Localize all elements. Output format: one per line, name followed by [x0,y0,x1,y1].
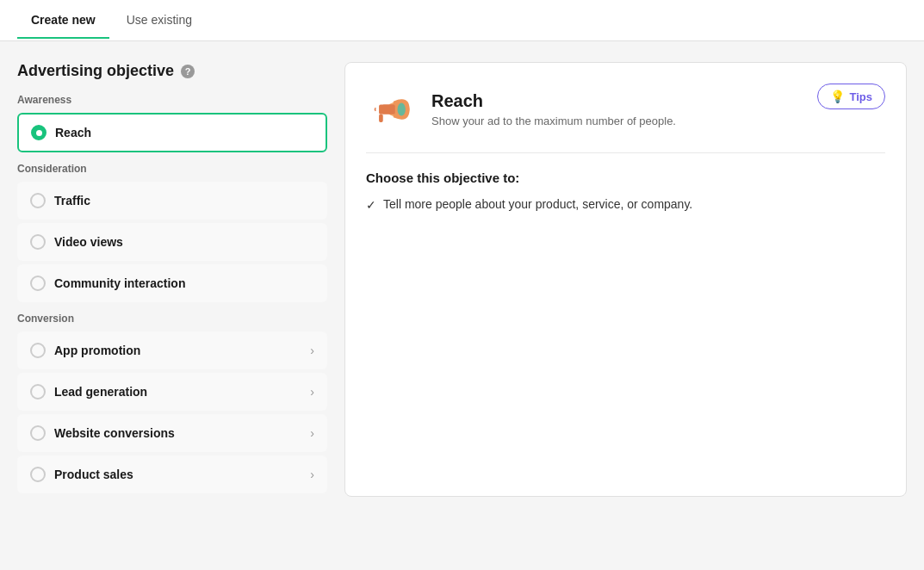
objective-video-views[interactable]: Video views [17,223,327,261]
choose-title: Choose this objective to: [366,170,885,185]
megaphone-icon [366,84,418,135]
radio-product-sales [30,467,46,482]
objective-app-promotion[interactable]: App promotion › [17,331,327,369]
checklist-text-0: Tell more people about your product, ser… [383,197,692,211]
svg-point-3 [398,103,406,116]
objective-lead-generation[interactable]: Lead generation › [17,373,327,411]
radio-video-views [30,234,46,250]
objective-header: Reach Show your ad to the maximum number… [366,84,885,153]
left-panel: Advertising objective ? Awareness Reach … [17,62,327,497]
checklist-item-0: ✓ Tell more people about your product, s… [366,197,885,212]
category-awareness: Awareness [17,94,327,106]
chevron-website-conversions: › [310,426,314,440]
right-panel: Reach Show your ad to the maximum number… [344,62,907,497]
community-interaction-label: Community interaction [54,276,314,290]
advertising-objective-title: Advertising objective [17,62,174,80]
radio-traffic [30,193,46,208]
category-conversion: Conversion [17,313,327,325]
reach-label: Reach [55,126,313,139]
section-title: Advertising objective ? [17,62,327,80]
svg-rect-4 [379,115,383,122]
objective-traffic[interactable]: Traffic [17,182,327,220]
tab-use-existing[interactable]: Use existing [113,3,206,39]
radio-reach [31,125,47,140]
tips-button[interactable]: 💡 Tips [817,84,886,109]
objective-name: Reach [431,91,676,111]
page-wrapper: Create new Use existing Advertising obje… [0,0,924,570]
lead-generation-label: Lead generation [54,385,310,399]
chevron-lead-generation: › [310,385,314,399]
main-content: Advertising objective ? Awareness Reach … [0,41,924,517]
app-promotion-label: App promotion [54,344,310,357]
chevron-product-sales: › [310,468,314,481]
check-mark-0: ✓ [366,198,376,212]
objective-reach[interactable]: Reach [17,113,327,152]
video-views-label: Video views [54,235,314,249]
chevron-app-promotion: › [310,344,314,357]
product-sales-label: Product sales [54,468,310,481]
radio-app-promotion [30,343,46,358]
radio-reach-inner [36,130,42,136]
objective-product-sales[interactable]: Product sales › [17,455,327,493]
radio-website-conversions [30,425,46,441]
help-icon[interactable]: ? [181,65,195,78]
top-tabs: Create new Use existing [0,0,924,41]
website-conversions-label: Website conversions [54,426,310,440]
objective-community-interaction[interactable]: Community interaction [17,264,327,302]
objective-description: Show your ad to the maximum number of pe… [431,115,676,127]
traffic-label: Traffic [54,194,314,208]
objective-website-conversions[interactable]: Website conversions › [17,414,327,452]
objective-info: Reach Show your ad to the maximum number… [431,91,676,127]
svg-rect-2 [379,104,395,114]
category-consideration: Consideration [17,163,327,175]
radio-lead-generation [30,384,46,400]
tips-label: Tips [850,90,873,103]
lightbulb-icon: 💡 [830,90,845,103]
objective-header-left: Reach Show your ad to the maximum number… [366,84,676,135]
tab-create-new[interactable]: Create new [17,3,109,39]
radio-community-interaction [30,276,46,291]
